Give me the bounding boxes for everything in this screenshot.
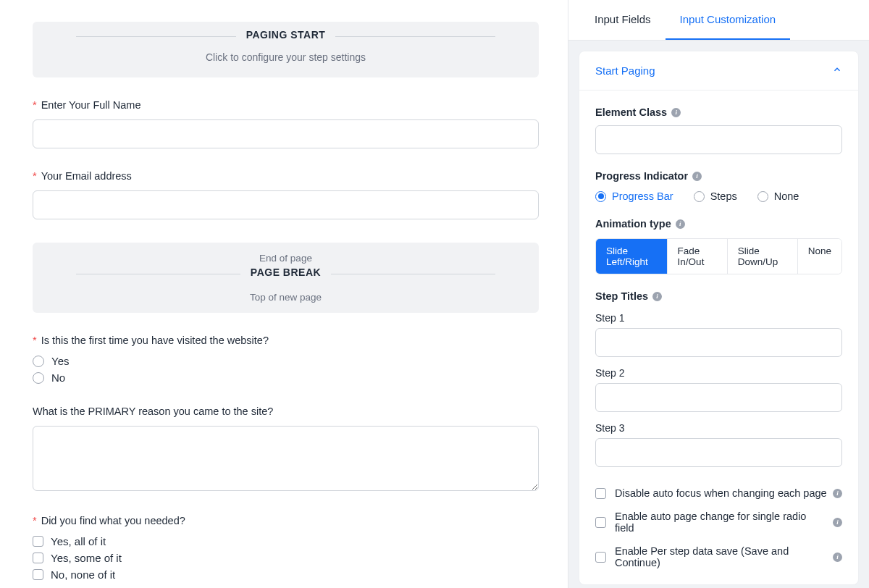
radio-option-no[interactable]: No (33, 371, 539, 384)
paging-start-title: PAGING START (236, 29, 336, 41)
paging-start-block[interactable]: PAGING START Click to configure your ste… (33, 22, 539, 77)
label-step1: Step 1 (595, 312, 842, 324)
label-progress-indicator: Progress Indicator i (595, 170, 842, 182)
page-break-block[interactable]: End of page PAGE BREAK Top of new page (33, 243, 539, 313)
label-primary-reason: What is the PRIMARY reason you came to t… (33, 406, 539, 417)
page-break-top: End of page (76, 253, 495, 264)
label-email: *Your Email address (33, 170, 539, 182)
seg-slide-lr[interactable]: Slide Left/Right (596, 239, 668, 274)
radio-circle-icon (33, 372, 44, 384)
animation-segmented: Slide Left/Right Fade In/Out Slide Down/… (595, 238, 842, 274)
panel-title: Start Paging (595, 64, 655, 77)
field-first-visit[interactable]: *Is this the first time you have visited… (33, 335, 539, 384)
seg-none[interactable]: None (798, 239, 841, 274)
radio-dot-icon (694, 191, 705, 202)
input-element-class[interactable] (595, 125, 842, 154)
field-email[interactable]: *Your Email address (33, 170, 539, 219)
checkbox-icon (33, 553, 43, 563)
radio-steps[interactable]: Steps (694, 190, 737, 202)
info-icon[interactable]: i (676, 219, 685, 229)
radio-circle-icon (33, 356, 44, 367)
label-step3: Step 3 (595, 422, 842, 434)
sidebar-tabs: Input Fields Input Customization (568, 0, 869, 41)
form-canvas: PAGING START Click to configure your ste… (0, 0, 568, 588)
settings-sidebar: Input Fields Input Customization Start P… (568, 0, 869, 588)
tab-input-customization[interactable]: Input Customization (666, 0, 791, 40)
label-full-name: *Enter Your Full Name (33, 99, 539, 111)
checkbox-icon (595, 552, 606, 563)
seg-fade[interactable]: Fade In/Out (668, 239, 728, 274)
label-find-needed: *Did you find what you needed? (33, 515, 539, 526)
info-icon[interactable]: i (833, 553, 842, 562)
tab-input-fields[interactable]: Input Fields (580, 0, 666, 40)
check-disable-autofocus[interactable]: Disable auto focus when changing each pa… (595, 487, 842, 499)
label-step-titles: Step Titles i (595, 290, 842, 302)
label-element-class: Element Class i (595, 106, 842, 118)
field-primary-reason[interactable]: What is the PRIMARY reason you came to t… (33, 406, 539, 493)
seg-slide-du[interactable]: Slide Down/Up (728, 239, 798, 274)
paging-start-subtitle: Click to configure your step settings (76, 51, 495, 63)
field-full-name[interactable]: *Enter Your Full Name (33, 99, 539, 148)
checkbox-icon (595, 488, 606, 499)
page-break-title: PAGE BREAK (240, 266, 331, 278)
label-step2: Step 2 (595, 367, 842, 379)
label-animation-type: Animation type i (595, 218, 842, 230)
radio-option-yes[interactable]: Yes (33, 355, 539, 367)
panel-header[interactable]: Start Paging (579, 51, 858, 91)
info-icon[interactable]: i (833, 518, 842, 527)
check-enable-autopage[interactable]: Enable auto page change for single radio… (595, 511, 842, 534)
field-find-needed[interactable]: *Did you find what you needed? Yes, all … (33, 515, 539, 581)
checkbox-icon (33, 569, 43, 580)
input-full-name[interactable] (33, 119, 539, 148)
radio-none[interactable]: None (757, 190, 799, 202)
chevron-up-icon (832, 64, 842, 77)
checkbox-icon (33, 536, 43, 547)
checkbox-icon (595, 517, 606, 528)
info-icon[interactable]: i (833, 489, 842, 498)
radio-progress-bar[interactable]: Progress Bar (595, 190, 673, 202)
checkbox-option[interactable]: Yes, all of it (33, 535, 539, 547)
checkbox-option[interactable]: No, none of it (33, 568, 539, 581)
panel-start-paging: Start Paging Element Class i Progress In… (579, 51, 859, 585)
check-enable-perstep[interactable]: Enable Per step data save (Save and Cont… (595, 545, 842, 568)
info-icon[interactable]: i (652, 292, 662, 301)
input-step1[interactable] (595, 328, 842, 357)
input-step3[interactable] (595, 438, 842, 467)
input-step2[interactable] (595, 383, 842, 412)
page-break-bottom: Top of new page (76, 292, 495, 303)
label-first-visit: *Is this the first time you have visited… (33, 335, 539, 346)
textarea-primary-reason[interactable] (33, 426, 539, 491)
info-icon[interactable]: i (671, 108, 681, 117)
checkbox-option[interactable]: Yes, some of it (33, 552, 539, 564)
radio-dot-icon (595, 191, 606, 202)
info-icon[interactable]: i (692, 172, 702, 181)
input-email[interactable] (33, 190, 539, 219)
radio-dot-icon (757, 191, 768, 202)
